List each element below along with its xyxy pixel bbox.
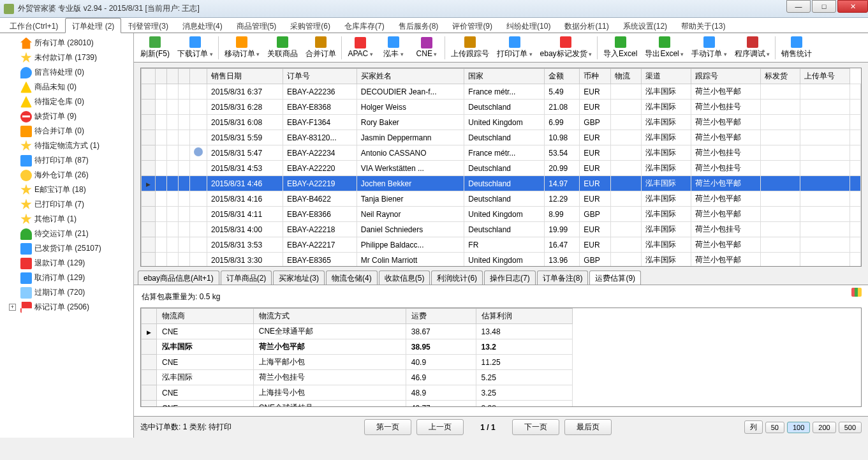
list-label[interactable]: 列 [744,420,763,434]
shipping-row[interactable]: CNECNE全球通挂号49.772.38 [142,401,573,408]
order-row[interactable]: 2015/8/31 6:37EBAY-A22236DECOUDIER Jean-… [142,84,861,100]
main-tab[interactable]: 数据分析(11) [557,18,615,33]
toolbar-button[interactable]: 刷新(F5) [136,34,173,61]
prev-page-button[interactable]: 上一页 [416,419,464,435]
main-tab[interactable]: 采购管理(6) [283,18,337,33]
order-row[interactable]: 2015/8/31 3:53EBAY-A22217Philippe Baldac… [142,237,861,253]
order-row[interactable]: 2015/8/31 5:47EBAY-A22234Antonio CASSANO… [142,145,861,161]
toolbar-button[interactable]: 合并订单 [302,34,340,61]
order-row[interactable]: 2015/8/31 6:28EBAY-E8368Holger WeissDeut… [142,100,861,115]
window-minimize-button[interactable]: — [786,0,811,13]
sidebar-item[interactable]: 待指定仓库 (0) [0,94,133,109]
toolbar-button[interactable]: 销售统计 [777,34,816,61]
main-tab[interactable]: 评价管理(9) [445,18,499,33]
column-header[interactable]: 跟踪号 [691,69,760,84]
shipping-row[interactable]: 泓丰国际荷兰小包挂号46.95.25 [142,370,573,385]
sidebar-item[interactable]: 取消订单 (129) [0,271,133,285]
sidebar-item[interactable]: E邮宝订单 (18) [0,182,133,197]
order-row[interactable]: 2015/8/31 4:53EBAY-A22220VIA Werkstätten… [142,161,861,176]
next-page-button[interactable]: 下一页 [512,419,559,435]
sidebar-item[interactable]: 未付款订单 (1739) [0,50,133,65]
main-tab[interactable]: 刊登管理(3) [121,18,175,33]
toolbar-button[interactable]: 手动订单 [688,34,731,61]
pagesize-button[interactable]: 50 [765,422,784,433]
main-tab[interactable]: 商品管理(5) [230,18,284,33]
detail-tab[interactable]: 运费估算(9) [589,271,641,285]
sidebar-item[interactable]: 已发货订单 (25107) [0,241,133,256]
shipping-estimate-grid[interactable]: 物流商物流方式运费估算利润CNECNE全球通平邮38.6713.48泓丰国际荷兰… [140,308,862,407]
toolbar-button[interactable]: 导入Excel [600,34,641,61]
column-header[interactable]: 币种 [580,69,611,84]
sidebar-item[interactable]: +标记订单 (2506) [0,300,133,315]
column-header[interactable]: 物流 [611,69,641,84]
column-header[interactable]: 金额 [545,69,580,84]
pagesize-button[interactable]: 500 [839,422,862,433]
order-row[interactable]: 2015/8/31 3:30EBAY-E8365Mr Colin Marriot… [142,253,861,267]
column-header[interactable]: 国家 [464,69,545,84]
column-header[interactable]: 订单号 [283,69,357,84]
column-header[interactable]: 物流方式 [253,309,406,324]
column-header[interactable]: 估算利润 [476,309,573,324]
pagesize-button[interactable]: 200 [813,422,835,433]
main-tab[interactable]: 帮助关于(13) [674,18,732,33]
shipping-row[interactable]: 泓丰国际荷兰小包平邮38.9513.2 [142,339,573,355]
order-row[interactable]: 2015/8/31 5:59EBAY-83120...Jasmin Depper… [142,130,861,145]
toolbar-button[interactable]: CNE [410,34,443,61]
toolbar-button[interactable]: 打印订单 [493,34,536,61]
toolbar-button[interactable]: 下载订单 [173,34,217,61]
sidebar-item[interactable]: 商品未知 (0) [0,80,133,94]
detail-tab[interactable]: 订单备注(8) [537,271,589,285]
book-icon[interactable] [851,288,862,297]
detail-tab[interactable]: 操作日志(7) [484,271,536,285]
toolbar-button[interactable]: 导出Excel [641,34,688,61]
order-row[interactable]: 2015/8/31 4:11EBAY-E8366Neil RaynorUnite… [142,207,861,222]
column-header[interactable]: 渠道 [641,69,691,84]
sidebar-item[interactable]: 过期订单 (720) [0,285,133,300]
window-close-button[interactable]: ✕ [837,0,868,13]
sidebar-item[interactable]: 已打印订单 (7) [0,197,133,212]
main-tab[interactable]: 纠纷处理(10) [499,18,557,33]
detail-tab[interactable]: 物流仓储(4) [326,271,378,285]
shipping-row[interactable]: CNECNE全球通平邮38.6713.48 [142,324,573,339]
sidebar-item[interactable]: 待交运订单 (21) [0,226,133,241]
main-tab[interactable]: 仓库库存(7) [337,18,392,33]
orders-grid[interactable]: 销售日期订单号买家姓名国家金额币种物流渠道跟踪号标发货上传单号2015/8/31… [140,68,862,267]
window-maximize-button[interactable]: □ [812,0,836,13]
sidebar-item[interactable]: 海外仓订单 (26) [0,168,133,182]
detail-tab[interactable]: ebay商品信息(Alt+1) [138,271,219,285]
sidebar-item[interactable]: 待合并订单 (0) [0,124,133,138]
last-page-button[interactable]: 最后页 [564,419,612,435]
column-header[interactable]: 买家姓名 [357,69,464,84]
main-tab[interactable]: 系统设置(12) [616,18,674,33]
toolbar-button[interactable]: 移动订单 [221,34,264,61]
order-row[interactable]: 2015/8/31 6:08EBAY-F1364Rory BakerUnited… [142,115,861,130]
shipping-row[interactable]: CNE上海平邮小包40.911.25 [142,355,573,370]
sidebar-item[interactable]: 其他订单 (1) [0,212,133,226]
sidebar-item[interactable]: 缺货订单 (9) [0,109,133,124]
sidebar-item[interactable]: 所有订单 (28010) [0,36,133,50]
toolbar-button[interactable]: 程序调试 [731,34,774,61]
column-header[interactable]: 标发货 [760,69,800,84]
sidebar-item[interactable]: 待指定物流方式 (1) [0,138,133,153]
detail-tab[interactable]: 利润统计(6) [431,271,483,285]
tree-expand-icon[interactable]: + [9,304,16,311]
sidebar-item[interactable]: 留言待处理 (0) [0,65,133,80]
main-tab[interactable]: 订单处理 (2) [65,18,121,33]
first-page-button[interactable]: 第一页 [364,419,411,435]
toolbar-button[interactable]: 上传跟踪号 [447,34,493,61]
detail-tab[interactable]: 收款信息(5) [379,271,430,285]
toolbar-button[interactable]: APAC [344,34,377,61]
toolbar-button[interactable]: 关联商品 [263,34,302,61]
column-header[interactable]: 物流商 [157,309,254,324]
shipping-row[interactable]: CNE上海挂号小包48.93.25 [142,385,573,401]
detail-tab[interactable]: 订单商品(2) [221,271,272,285]
sidebar-item[interactable]: 待打印订单 (87) [0,153,133,168]
toolbar-button[interactable]: 泓丰 [377,34,410,61]
order-row[interactable]: 2015/8/31 4:16EBAY-B4622Tanja BienerDeut… [142,191,861,207]
main-tab[interactable]: 工作台(Ctrl+1) [3,18,65,33]
sidebar-item[interactable]: 退款订单 (129) [0,256,133,271]
column-header[interactable]: 销售日期 [207,69,283,84]
order-row[interactable]: 2015/8/31 4:46EBAY-A22219Jochen BekkerDe… [142,176,861,191]
detail-tab[interactable]: 买家地址(3) [273,271,325,285]
toolbar-button[interactable]: ebay标记发货 [536,34,596,61]
